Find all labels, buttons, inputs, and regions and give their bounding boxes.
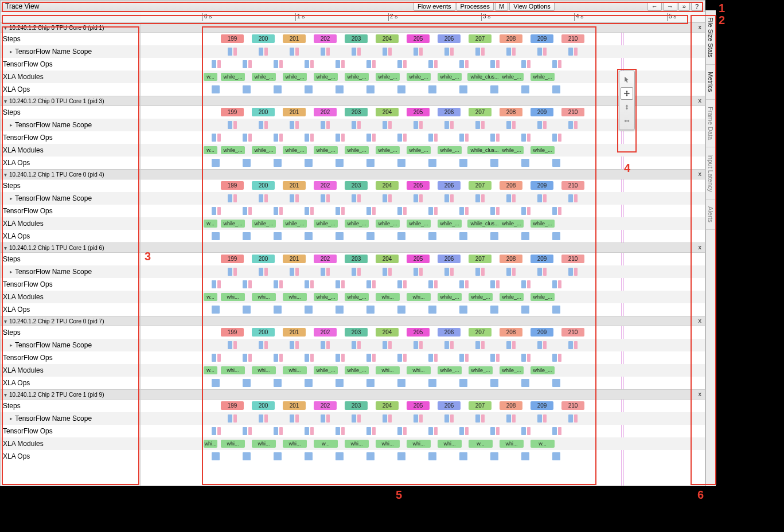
xlaop-event[interactable] [428, 452, 436, 460]
step-event[interactable]: 207 [469, 328, 492, 337]
step-event[interactable]: 200 [252, 401, 275, 410]
scope-event[interactable] [414, 194, 418, 202]
nav-forward-button[interactable]: → [663, 2, 677, 11]
xla-module-event[interactable]: while_... [531, 146, 555, 154]
scope-event[interactable] [259, 48, 263, 56]
process-header[interactable]: ▾10.240.1.2 Chip 2 TPU Core 0 (pid 7) [1, 316, 140, 326]
step-event[interactable]: 203 [345, 255, 368, 263]
xla-module-event[interactable]: while_... [314, 220, 338, 228]
op-event[interactable] [397, 280, 402, 288]
op-event[interactable] [558, 280, 561, 288]
xlaop-event[interactable] [397, 379, 405, 387]
step-event[interactable]: 209 [531, 34, 553, 43]
op-event[interactable] [434, 207, 438, 215]
xla-module-event[interactable]: while_... [314, 73, 338, 81]
xla-module-event[interactable]: while_... [438, 220, 462, 228]
scope-event[interactable] [543, 48, 547, 56]
step-event[interactable]: 201 [283, 108, 306, 116]
track-label[interactable]: ▸TensorFlow Name Scope [1, 119, 140, 131]
scope-event[interactable] [574, 341, 578, 349]
scope-event[interactable] [228, 194, 232, 202]
xla-module-event[interactable]: while_... [469, 293, 493, 301]
xlaop-event[interactable] [459, 85, 467, 93]
scope-event[interactable] [450, 341, 454, 349]
op-event[interactable] [366, 60, 371, 68]
close-process-button[interactable]: x [699, 97, 702, 104]
scope-event[interactable] [512, 48, 516, 56]
xlaop-event[interactable] [459, 379, 467, 387]
xlaop-event[interactable] [212, 232, 220, 240]
op-event[interactable] [496, 60, 500, 68]
scope-event[interactable] [259, 194, 263, 202]
xlaop-event[interactable] [274, 232, 282, 240]
step-event[interactable]: 205 [407, 328, 430, 337]
scope-event[interactable] [388, 341, 392, 349]
op-event[interactable] [336, 60, 340, 68]
track-label[interactable]: Steps [1, 326, 140, 339]
scope-event[interactable] [475, 341, 480, 349]
op-event[interactable] [243, 354, 247, 362]
xlamod-track[interactable]: w...while_...while_...while_...while_...… [141, 217, 705, 230]
op-event[interactable] [490, 60, 495, 68]
op-event[interactable] [217, 427, 221, 435]
step-event[interactable]: 203 [345, 401, 368, 410]
track-label[interactable]: XLA Modules [1, 144, 140, 157]
xla-module-event[interactable]: w... [204, 220, 217, 228]
xla-module-event[interactable]: while_... [252, 220, 276, 228]
scope-event[interactable] [444, 414, 449, 423]
step-event[interactable]: 206 [438, 401, 461, 410]
scope-event[interactable] [512, 121, 516, 129]
xlaop-event[interactable] [336, 159, 344, 167]
xla-module-event[interactable]: while_... [531, 220, 555, 228]
xlaop-event[interactable] [552, 232, 560, 240]
steps-track[interactable]: 199200201202203204205206207208209210 [141, 400, 705, 412]
xla-module-event[interactable]: while_... [469, 366, 493, 374]
xlaop-event[interactable] [552, 452, 560, 460]
op-event[interactable] [434, 134, 438, 142]
step-event[interactable]: 210 [561, 108, 584, 116]
op-event[interactable] [428, 207, 433, 215]
op-event[interactable] [521, 280, 526, 288]
xla-module-event[interactable]: while_... [345, 73, 369, 81]
op-event[interactable] [310, 60, 314, 68]
scope-event[interactable] [388, 48, 392, 56]
step-event[interactable]: 206 [438, 108, 461, 116]
xla-module-event[interactable]: while_clus... [467, 73, 502, 81]
step-event[interactable]: 209 [531, 401, 553, 410]
scope-event[interactable] [326, 48, 330, 56]
op-event[interactable] [459, 354, 464, 362]
scope-event[interactable] [537, 414, 542, 423]
scope-event[interactable] [357, 268, 361, 276]
op-event[interactable] [496, 134, 500, 142]
scope-event[interactable] [321, 121, 325, 129]
scope-event[interactable] [233, 268, 237, 276]
track-label[interactable]: XLA Modules [1, 217, 140, 230]
scope-event[interactable] [259, 268, 263, 276]
scope-event[interactable] [264, 414, 268, 423]
track-label[interactable]: XLA Modules [1, 291, 140, 303]
op-event[interactable] [372, 427, 376, 435]
step-event[interactable]: 205 [407, 401, 430, 410]
scope-event[interactable] [290, 121, 294, 129]
scope-event[interactable] [568, 194, 573, 202]
op-event[interactable] [521, 134, 526, 142]
op-event[interactable] [428, 280, 433, 288]
tfops-track[interactable] [141, 351, 705, 364]
op-event[interactable] [310, 280, 314, 288]
xlaop-event[interactable] [366, 306, 375, 314]
step-event[interactable]: 200 [252, 328, 275, 337]
scope-event[interactable] [295, 341, 299, 349]
step-event[interactable]: 201 [283, 255, 306, 263]
scope-event[interactable] [383, 268, 387, 276]
op-event[interactable] [459, 207, 464, 215]
scope-event[interactable] [450, 48, 454, 56]
op-event[interactable] [521, 207, 526, 215]
xla-module-event[interactable]: while_... [345, 146, 369, 154]
step-event[interactable]: 210 [561, 181, 584, 190]
op-event[interactable] [274, 354, 278, 362]
step-event[interactable]: 202 [314, 181, 337, 190]
timing-tool-icon[interactable] [621, 115, 633, 127]
scope-event[interactable] [228, 341, 232, 349]
xla-module-event[interactable]: whi... [438, 440, 462, 448]
side-tab[interactable]: Frame Data [706, 100, 715, 147]
